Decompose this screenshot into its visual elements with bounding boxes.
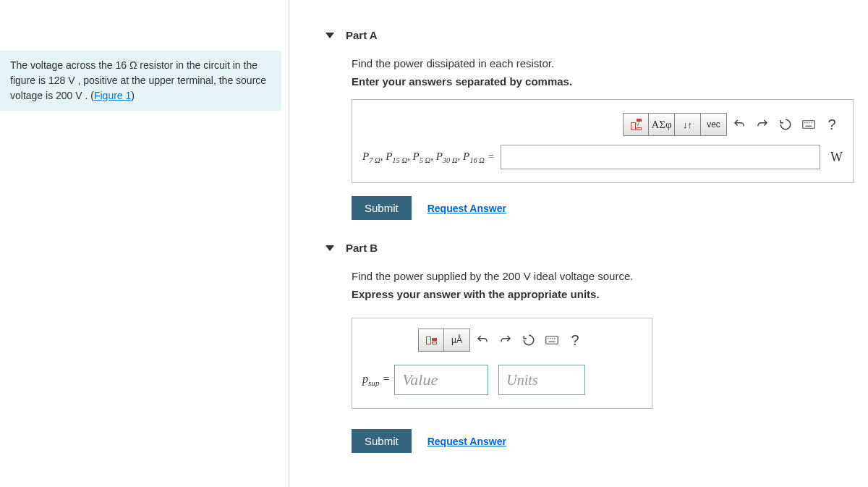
redo-button[interactable] xyxy=(495,329,516,351)
reset-button[interactable] xyxy=(775,114,796,135)
keyboard-button[interactable] xyxy=(541,329,563,351)
template-icon: √ xyxy=(631,119,642,130)
undo-button[interactable] xyxy=(728,114,750,135)
problem-text: The voltage across the 16 Ω resistor in … xyxy=(10,59,266,101)
undo-icon xyxy=(476,334,489,347)
part-b-answer-panel: μÅ ? psup = xyxy=(352,318,652,409)
problem-sidebar: The voltage across the 16 Ω resistor in … xyxy=(0,0,289,487)
help-button[interactable]: ? xyxy=(564,329,586,351)
part-a-answer-panel: √ ΑΣφ ↓↑ vec xyxy=(352,99,854,183)
keyboard-icon xyxy=(802,118,815,131)
undo-button[interactable] xyxy=(472,329,493,351)
part-b-header[interactable]: Part B xyxy=(326,242,854,254)
part-b-request-answer-link[interactable]: Request Answer xyxy=(427,436,506,447)
svg-rect-0 xyxy=(803,121,815,129)
part-a-toolbar: √ ΑΣφ ↓↑ vec xyxy=(362,113,843,136)
updown-button[interactable]: ↓↑ xyxy=(675,113,701,136)
redo-icon xyxy=(756,118,769,131)
redo-icon xyxy=(499,334,512,347)
part-b-toolbar: μÅ ? xyxy=(362,329,642,352)
part-a-request-answer-link[interactable]: Request Answer xyxy=(427,203,506,214)
part-a-answer-input[interactable] xyxy=(501,145,820,169)
part-a-eq-label: P7 Ω, P15 Ω, P5 Ω, P30 Ω, P16 Ω = xyxy=(362,151,501,164)
vec-button[interactable]: vec xyxy=(701,113,727,136)
part-a-prompt2: Enter your answers separated by commas. xyxy=(352,75,854,88)
part-b-eq-label: psup = xyxy=(362,373,390,387)
part-b-prompt1: Find the power supplied by the 200 V ide… xyxy=(352,270,854,282)
reset-icon xyxy=(522,334,535,347)
redo-button[interactable] xyxy=(752,114,773,135)
units-button[interactable]: μÅ xyxy=(444,329,470,352)
part-a-title: Part A xyxy=(346,29,378,41)
part-a-header[interactable]: Part A xyxy=(326,29,854,41)
part-b-prompt2: Express your answer with the appropriate… xyxy=(352,288,854,300)
keyboard-icon xyxy=(545,334,558,347)
main-content: Part A Find the power dissipated in each… xyxy=(289,0,868,487)
part-a-submit-button[interactable]: Submit xyxy=(352,196,412,220)
problem-statement: The voltage across the 16 Ω resistor in … xyxy=(0,51,281,111)
figure-link[interactable]: Figure 1 xyxy=(94,90,131,101)
reset-button[interactable] xyxy=(518,329,540,351)
greek-button[interactable]: ΑΣφ xyxy=(649,113,675,136)
part-b-units-input[interactable] xyxy=(498,365,585,395)
svg-rect-6 xyxy=(546,336,558,344)
part-b-value-input[interactable] xyxy=(394,365,488,395)
keyboard-button[interactable] xyxy=(798,114,820,135)
undo-icon xyxy=(733,118,746,131)
caret-down-icon[interactable] xyxy=(326,33,334,38)
caret-down-icon[interactable] xyxy=(326,245,334,251)
help-button[interactable]: ? xyxy=(821,114,843,135)
problem-text-after: ) xyxy=(131,90,135,101)
template-button[interactable] xyxy=(418,329,444,352)
part-a-prompt1: Find the power dissipated in each resist… xyxy=(352,57,854,69)
part-b-submit-button[interactable]: Submit xyxy=(352,429,412,453)
part-a-unit: W xyxy=(830,150,843,165)
part-b-title: Part B xyxy=(346,242,378,254)
reset-icon xyxy=(779,118,792,131)
template-button[interactable]: √ xyxy=(623,113,649,136)
template-icon xyxy=(426,336,437,344)
